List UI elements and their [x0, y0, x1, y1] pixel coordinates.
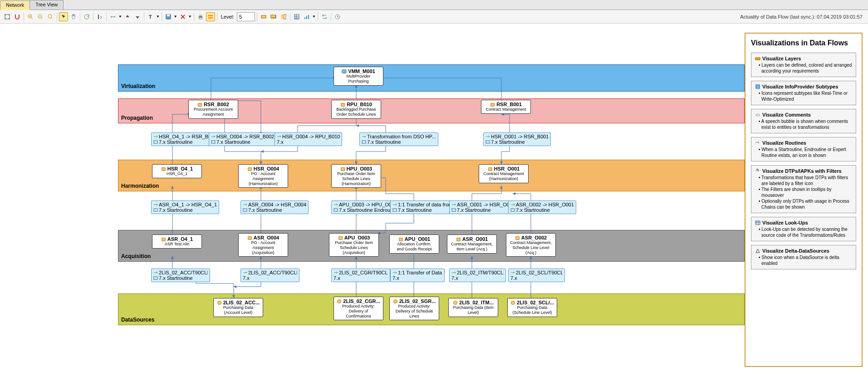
svg-rect-55	[755, 221, 760, 225]
sync-icon[interactable]	[320, 12, 329, 21]
node-ds-scl[interactable]: 2LIS_02_SCL/...Purchasing Data(Schedule …	[507, 298, 557, 317]
zoom-reset-icon[interactable]	[46, 12, 55, 21]
svg-rect-7	[167, 15, 170, 16]
node-rsr-b002[interactable]: RSR_B002 Procurement AccountAssignment	[188, 100, 238, 119]
view1-icon[interactable]	[259, 12, 268, 21]
side-title: Visualizations in Data Flows	[751, 39, 856, 47]
node-vmm-m001[interactable]: VMM_M001 MultiProviderPurchasing	[333, 67, 383, 86]
svg-rect-37	[393, 209, 397, 211]
node-ds-itm[interactable]: 2LIS_02_ITM...Purchasing Data (ItemLevel…	[448, 298, 498, 317]
trans-t12[interactable]: 2LIS_02_ACC/T90CLNT090 ->...7.x Startrou…	[151, 269, 210, 282]
zoom-in-icon[interactable]	[26, 12, 35, 21]
level-label: Level:	[221, 14, 234, 20]
svg-point-3	[48, 15, 52, 18]
node-ds-cgr[interactable]: 2LIS_02_CGR...Produced Activity:Delivery…	[333, 297, 383, 320]
refresh-icon[interactable]	[82, 12, 91, 21]
svg-rect-33	[489, 167, 492, 170]
collapse-icon[interactable]	[123, 12, 132, 21]
toolbar: ▼ T ▼ ▼ ▼ Level: ▼ Actuality of Data Flo…	[0, 10, 868, 24]
link-icon[interactable]	[108, 12, 118, 21]
svg-rect-23	[198, 103, 201, 106]
view2-icon[interactable]	[269, 12, 278, 21]
dropdown-icon[interactable]	[95, 12, 104, 21]
node-hsr-o4-1[interactable]: HSR_O4_1HSR_O4_1	[152, 164, 202, 178]
side-card: Visualize RoutinesWhen a Startroutine, E…	[751, 137, 856, 161]
svg-rect-17	[284, 15, 286, 19]
svg-rect-27	[211, 141, 215, 143]
svg-rect-44	[457, 238, 460, 240]
side-card: Visualize Look-UpsLook-Ups can be detect…	[751, 217, 856, 241]
canvas[interactable]: Virtualization Propagation Harmonization…	[0, 24, 745, 376]
trans-t11[interactable]: ASR_O002 -> HSR_O0017.x Startroutine	[508, 200, 576, 214]
trans-t6[interactable]: ASR_O4_1 -> HSR_O4_17.x Startroutine	[151, 200, 219, 214]
svg-text:T: T	[149, 14, 152, 20]
tab-network[interactable]: Network	[0, 0, 30, 10]
node-rpu-b010[interactable]: RPU_B010 Backlogged PurchaseOrder Schedu…	[331, 100, 381, 119]
svg-rect-29	[486, 141, 490, 143]
svg-rect-15	[271, 15, 275, 18]
print-icon[interactable]	[196, 12, 205, 21]
delete-icon[interactable]	[178, 12, 187, 21]
magnet-icon[interactable]	[13, 12, 22, 21]
trans-t4[interactable]: Transformation from DSO HP...7.x Startro…	[359, 132, 438, 146]
fit-icon[interactable]	[3, 12, 12, 21]
save-icon[interactable]	[164, 12, 173, 21]
svg-rect-43	[399, 238, 402, 240]
layers-icon[interactable]	[206, 12, 215, 21]
node-hsr-o001[interactable]: HSR_O001Contract Management(Harmonizatio…	[479, 164, 529, 183]
trans-t5[interactable]: HSR_O001 -> RSR_B0017.x Startroutine	[483, 132, 551, 146]
side-card: Visualize DTPs/IAPKs with FiltersTransfo…	[751, 165, 856, 213]
side-card: Visualize LayersLayers can be defined, c…	[751, 53, 856, 77]
hand-icon[interactable]	[69, 12, 78, 21]
node-ds-sgr[interactable]: 2LIS_02_SGR...Produced Activity:Delivery…	[389, 297, 439, 320]
trans-t17[interactable]: 2LIS_02_SCL/T90CLNT090 ->...7.x	[508, 269, 565, 282]
node-apu-o003[interactable]: APU_O003Purchase Order ItemSchedule Line…	[329, 233, 379, 257]
zoom-out-icon[interactable]	[36, 12, 45, 21]
trans-t7[interactable]: ASR_O004 -> HSR_O0047.x Startroutine	[240, 200, 309, 214]
node-asr-o001[interactable]: ASR_O001Contract Management,Item Level (…	[447, 234, 497, 254]
trans-t10[interactable]: ASR_O001 -> HSR_O0017.x Startroutine	[449, 200, 517, 214]
tab-tree-view[interactable]: Tree View	[29, 0, 64, 10]
svg-rect-54	[756, 169, 758, 170]
svg-rect-52	[755, 58, 760, 60]
node-asr-o004[interactable]: ASR_O004PO - AccountAssignment(Acquisiti…	[238, 233, 288, 257]
chart-icon[interactable]	[302, 12, 311, 21]
trans-t16[interactable]: 2LIS_02_ITM/T90CLNT090 ->...7.x	[449, 269, 506, 282]
status-text: Actuality of Data Flow (last sync.): 07.…	[740, 14, 865, 20]
svg-rect-19	[304, 17, 305, 19]
trans-t14[interactable]: 2LIS_02_CGR/T90CLNT090 ->...7.x	[331, 269, 390, 282]
node-asr-o4-1[interactable]: ASR_O4_1ASR Test Alin	[152, 234, 202, 249]
svg-rect-11	[208, 15, 213, 16]
expand-icon[interactable]	[133, 12, 142, 21]
table-icon[interactable]	[292, 12, 301, 21]
level-input[interactable]	[237, 12, 255, 21]
trans-t15[interactable]: 1:1 Transfer of Data from 2LIS...7.x	[390, 269, 445, 282]
node-ds-acc[interactable]: 2LIS_02_ACC...Purchasing Data(Account Le…	[213, 298, 263, 317]
text-icon[interactable]: T	[146, 12, 155, 21]
node-rsr-b001[interactable]: RSR_B001 Contract Management	[481, 100, 531, 114]
svg-rect-30	[162, 167, 165, 170]
layer-harmonization: Harmonization	[118, 160, 745, 191]
trans-t2[interactable]: HSR_O004 -> RSR_B0027.x Startroutine	[209, 132, 276, 146]
side-card: Visualize CommentsA speech bubble is sho…	[751, 109, 856, 133]
svg-rect-28	[362, 141, 366, 143]
trans-t13[interactable]: 2LIS_02_ACC/T90CLNT090 ->...7.x	[240, 269, 299, 282]
trans-t3[interactable]: HSR_O004 -> RPU_B0107.x	[275, 132, 342, 146]
svg-rect-26	[154, 141, 157, 143]
svg-rect-38	[452, 209, 456, 211]
svg-rect-24	[341, 103, 344, 106]
svg-rect-39	[511, 209, 515, 211]
svg-rect-20	[306, 16, 307, 19]
node-hpu-o003[interactable]: HPU_O003Purchase Order ItemSchedule Line…	[331, 164, 381, 188]
svg-rect-4	[98, 15, 99, 19]
svg-rect-34	[154, 209, 157, 211]
node-apu-o001[interactable]: APU_O001Allocation Confirm.and Goods Rec…	[389, 234, 439, 254]
view3-icon[interactable]	[279, 12, 288, 21]
svg-rect-9	[199, 15, 202, 16]
node-asr-o002[interactable]: ASR_O002Contract Management,Schedule Lin…	[506, 233, 556, 257]
svg-rect-35	[243, 209, 247, 211]
node-hsr-o004[interactable]: HSR_O004PO - AccountAssignment(Harmoniza…	[238, 164, 288, 188]
svg-rect-13	[261, 15, 266, 18]
pointer-icon[interactable]	[59, 12, 68, 21]
clock-icon[interactable]	[333, 12, 342, 21]
